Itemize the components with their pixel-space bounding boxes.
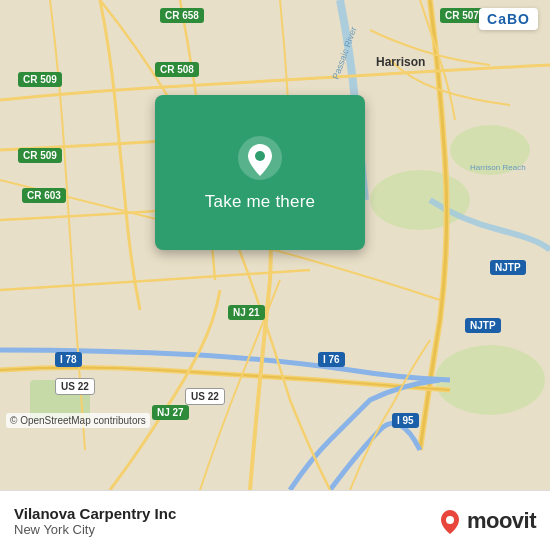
badge-njtp: NJTP [490, 260, 526, 275]
badge-cr509b: CR 509 [18, 148, 62, 163]
badge-us22a: US 22 [55, 378, 95, 395]
badge-nj27: NJ 27 [152, 405, 189, 420]
badge-cr658: CR 658 [160, 8, 204, 23]
svg-point-4 [435, 345, 545, 415]
location-info: Vilanova Carpentry Inc New York City [14, 505, 176, 537]
badge-i95: I 95 [392, 413, 419, 428]
osm-attribution: © OpenStreetMap contributors [6, 413, 150, 428]
bottom-bar: Vilanova Carpentry Inc New York City moo… [0, 490, 550, 550]
take-me-there-button[interactable]: Take me there [205, 192, 315, 212]
badge-cr507: CR 507 [440, 8, 484, 23]
place-city: New York City [14, 522, 176, 537]
svg-point-1 [370, 170, 470, 230]
svg-point-9 [446, 516, 454, 524]
moovit-text: moovit [467, 508, 536, 534]
badge-cr509a: CR 509 [18, 72, 62, 87]
badge-nj21: NJ 21 [228, 305, 265, 320]
map-container: Passaic River Harrison Reach Take me the… [0, 0, 550, 490]
moovit-pin-icon [436, 507, 464, 535]
take-me-there-card[interactable]: Take me there [155, 95, 365, 250]
cabo-logo: CaBO [479, 8, 538, 30]
badge-us22b: US 22 [185, 388, 225, 405]
badge-i76: I 76 [318, 352, 345, 367]
badge-i78: I 78 [55, 352, 82, 367]
badge-cr603: CR 603 [22, 188, 66, 203]
badge-cr508: CR 508 [155, 62, 199, 77]
badge-njtp2: NJTP [465, 318, 501, 333]
location-pin-icon [236, 134, 284, 182]
svg-point-8 [255, 151, 265, 161]
moovit-logo: moovit [436, 507, 536, 535]
place-name: Vilanova Carpentry Inc [14, 505, 176, 522]
harrison-label: Harrison [376, 55, 425, 69]
svg-text:Harrison Reach: Harrison Reach [470, 163, 526, 172]
